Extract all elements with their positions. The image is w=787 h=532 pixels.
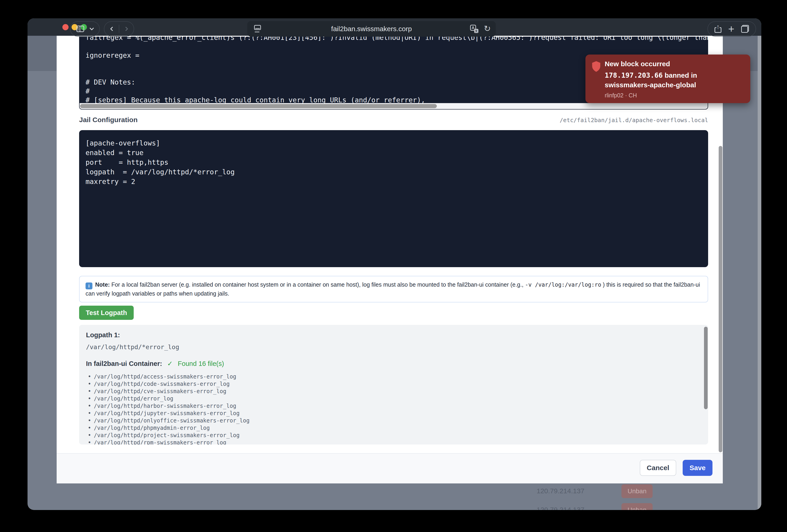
logpath-result-label: Logpath 1:: [86, 331, 701, 339]
found-file-item: /var/log/httpd/harbor-swissmakers-error_…: [86, 402, 701, 409]
check-icon: ✓: [167, 360, 173, 367]
found-file-item: /var/log/httpd/cve-swissmakers-error_log: [86, 387, 701, 395]
sidebar-toggle-button[interactable]: [70, 21, 100, 37]
reload-icon[interactable]: ↻: [484, 24, 491, 34]
background-ip-cell: 120.79.214.137: [537, 506, 584, 510]
found-file-item: /var/log/httpd/rpm-swissmakers-error_log: [86, 439, 701, 444]
filter-horizontal-scrollbar-thumb[interactable]: [80, 104, 437, 108]
found-files-count: Found 16 file(s): [178, 360, 224, 367]
safari-titlebar: fail2ban.swissmakers.corp A文 ↻ +: [27, 18, 761, 36]
forward-button[interactable]: [124, 27, 128, 31]
translate-icon[interactable]: A文: [470, 25, 478, 33]
info-icon: i: [86, 283, 92, 289]
new-block-toast[interactable]: New block occurred 178.197.203.66 banned…: [586, 54, 750, 103]
found-file-item: /var/log/httpd/access-swissmakers-error_…: [86, 373, 701, 380]
shield-icon: [591, 60, 605, 103]
found-file-item: /var/log/httpd/error_log: [86, 395, 701, 402]
note-label: Note:: [95, 281, 110, 288]
jail-config-file-path: /etc/fail2ban/jail.d/apache-overflows.lo…: [560, 117, 708, 124]
divider: [119, 25, 119, 33]
background-ip-cell: 120.79.214.137: [537, 487, 584, 495]
logpath-test-results: Logpath 1: /var/log/httpd/*error_log In …: [79, 325, 708, 444]
jail-config-text[interactable]: [apache-overflows] enabled = true port =…: [86, 138, 235, 186]
address-bar[interactable]: fail2ban.swissmakers.corp A文 ↻: [247, 21, 496, 37]
jail-config-editor[interactable]: [apache-overflows] enabled = true port =…: [79, 130, 708, 267]
new-tab-icon[interactable]: +: [728, 24, 735, 34]
background-unban-button[interactable]: Unban: [621, 484, 653, 498]
browser-window: 120.79.214.137 Unban 120.79.214.137 Unba…: [27, 18, 761, 510]
filter-horizontal-scrollbar[interactable]: [80, 103, 708, 109]
note-text-1: For a local fail2ban server (e.g. instal…: [110, 281, 525, 288]
page-settings-icon[interactable]: [254, 25, 261, 30]
logpath-result-value: /var/log/httpd/*error_log: [86, 343, 701, 351]
found-file-item: /var/log/httpd/project-swissmakers-error…: [86, 431, 701, 439]
share-icon[interactable]: [715, 25, 721, 33]
toast-meta: rlinfp02 · CH: [605, 92, 744, 99]
banned-ip: 178.197.203.66: [605, 71, 663, 79]
container-check-label: In fail2ban-ui Container:: [86, 360, 162, 367]
note-code-snippet: -v /var/log:/var/log:ro: [525, 282, 601, 288]
navigation-buttons: [104, 21, 134, 37]
toast-body: New block occurred 178.197.203.66 banned…: [605, 60, 744, 103]
found-files-list: /var/log/httpd/access-swissmakers-error_…: [86, 373, 701, 444]
sidebar-icon: [76, 26, 84, 32]
tab-overview-icon[interactable]: [741, 25, 749, 33]
page-scrollbar[interactable]: [758, 36, 761, 510]
results-scrollbar-thumb[interactable]: [704, 327, 708, 409]
found-file-item: /var/log/httpd/jupyter-swissmakers-error…: [86, 409, 701, 417]
modal-scrollbar-thumb[interactable]: [719, 146, 722, 452]
jail-configuration-title: Jail Configuration: [79, 116, 137, 124]
url-text[interactable]: fail2ban.swissmakers.corp: [247, 25, 496, 33]
back-button[interactable]: [110, 27, 115, 31]
background-unban-button[interactable]: Unban: [621, 503, 653, 510]
toolbar-right-buttons: +: [707, 21, 756, 37]
close-window-button[interactable]: [62, 24, 68, 30]
toast-title: New block occurred: [605, 60, 744, 68]
test-logpath-button[interactable]: Test Logpath: [79, 306, 134, 320]
save-button[interactable]: Save: [683, 460, 712, 476]
found-file-item: /var/log/httpd/code-swissmakers-error_lo…: [86, 380, 701, 387]
found-file-item: /var/log/httpd/phpmyadmin-error_log: [86, 424, 701, 431]
logpath-note: iNote: For a local fail2ban server (e.g.…: [79, 276, 708, 303]
cancel-button[interactable]: Cancel: [640, 460, 676, 476]
modal-footer: Cancel Save: [57, 453, 723, 483]
chevron-down-icon[interactable]: [89, 26, 94, 30]
found-file-item: /var/log/httpd/onlyoffice-swissmakers-er…: [86, 417, 701, 424]
